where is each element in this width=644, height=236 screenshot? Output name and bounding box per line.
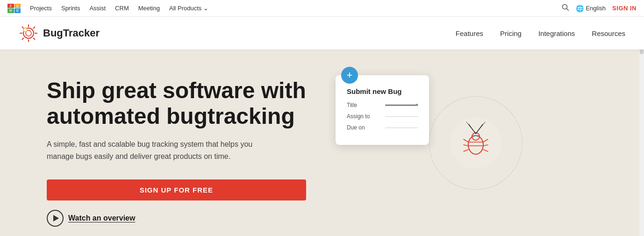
- bug-rays-svg: [429, 96, 522, 190]
- zoho-h: H: [7, 8, 14, 13]
- signup-button[interactable]: SIGN UP FOR FREE: [47, 179, 306, 200]
- play-button[interactable]: [47, 210, 64, 227]
- all-products-label: All Products: [169, 5, 201, 12]
- assign-field-row: Assign to: [347, 113, 418, 120]
- svg-line-9: [34, 38, 35, 40]
- svg-line-11: [22, 38, 24, 40]
- nav-integrations[interactable]: Integrations: [538, 29, 575, 37]
- brand-logo[interactable]: BugTracker: [19, 23, 100, 43]
- bug-illustration: [429, 96, 522, 190]
- svg-line-17: [476, 122, 485, 134]
- top-navigation: Z O H O Projects Sprints Assist CRM Meet…: [0, 0, 644, 17]
- play-icon: [53, 215, 59, 222]
- search-button[interactable]: [562, 4, 569, 13]
- svg-line-10: [34, 27, 35, 29]
- zoho-logo[interactable]: Z O H O: [7, 4, 21, 13]
- card-title: Submit new Bug: [347, 87, 418, 95]
- sign-in-button[interactable]: SIGN IN: [612, 5, 637, 12]
- hero-title: Ship great software with automated bugtr…: [47, 78, 306, 129]
- add-bug-button[interactable]: +: [341, 67, 358, 84]
- nav-pricing[interactable]: Pricing: [500, 29, 522, 37]
- chevron-down-icon: ⌄: [203, 5, 208, 12]
- title-field-row: Title ~: [347, 102, 418, 108]
- svg-line-8: [22, 27, 24, 29]
- zoho-logo-grid: Z O H O: [7, 4, 21, 13]
- bug-icon-circle: [450, 117, 501, 169]
- hero-content: Ship great software with automated bugtr…: [47, 78, 306, 227]
- nav-sprints[interactable]: Sprints: [61, 5, 80, 12]
- hero-title-line2: automated bugtracking: [47, 104, 295, 129]
- due-field-label: Due on: [347, 124, 365, 131]
- brand-name-label: BugTracker: [43, 27, 100, 39]
- top-nav-right: 🌐 English SIGN IN: [562, 4, 637, 13]
- top-nav-links: Projects Sprints Assist CRM Meeting All …: [30, 5, 562, 12]
- nav-crm[interactable]: CRM: [115, 5, 129, 12]
- hero-subtitle: A simple, fast and scalable bug tracking…: [47, 138, 271, 162]
- svg-line-1: [567, 9, 569, 11]
- language-selector[interactable]: 🌐 English: [576, 5, 606, 12]
- hero-section: Ship great software with automated bugtr…: [0, 50, 644, 236]
- zoho-z: Z: [7, 4, 14, 8]
- language-label: English: [586, 5, 606, 12]
- circle-border: [429, 96, 522, 190]
- nav-projects[interactable]: Projects: [30, 5, 52, 12]
- watch-overview-button[interactable]: Watch an overview: [47, 210, 306, 227]
- hero-title-line1: Ship great software with: [47, 78, 306, 103]
- assign-field-input: [385, 116, 418, 117]
- watch-overview-label: Watch an overview: [68, 214, 135, 222]
- due-field-input: [385, 128, 418, 128]
- title-field-label: Title: [347, 102, 357, 108]
- brand-navigation: BugTracker Features Pricing Integrations…: [0, 17, 644, 50]
- nav-features[interactable]: Features: [456, 29, 483, 37]
- nav-meeting[interactable]: Meeting: [138, 5, 160, 12]
- bugtracker-logo-icon: [19, 23, 38, 43]
- nav-resources[interactable]: Resources: [592, 29, 625, 37]
- due-field-row: Due on: [347, 124, 418, 131]
- svg-line-16: [466, 122, 476, 134]
- secondary-nav-links: Features Pricing Integrations Resources: [456, 29, 625, 37]
- zoho-o2: O: [14, 8, 21, 13]
- nav-assist[interactable]: Assist: [89, 5, 106, 12]
- globe-icon: 🌐: [576, 5, 584, 12]
- nav-all-products[interactable]: All Products ⌄: [169, 5, 208, 12]
- zoho-o1: O: [14, 4, 21, 8]
- assign-field-label: Assign to: [347, 113, 370, 120]
- submit-bug-card: + Submit new Bug Title ~ Assign to Due o…: [336, 75, 429, 145]
